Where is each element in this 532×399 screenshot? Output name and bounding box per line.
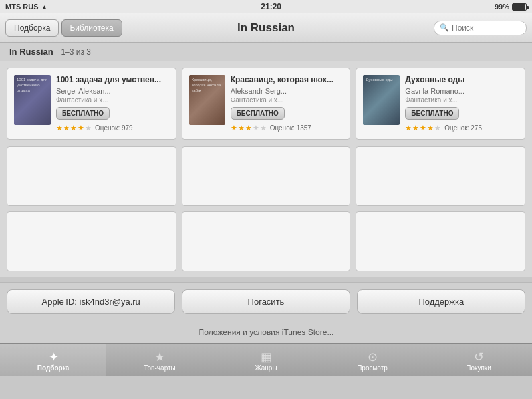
support-button[interactable]: Поддержка [357,289,525,314]
empty-card-2 [182,146,351,206]
rating-count-2: Оценок: 1357 [270,124,311,132]
topcharts-icon: ★ [154,351,165,363]
search-input[interactable] [452,23,521,33]
empty-card-4 [7,211,176,271]
tab-browse-label: Просмотр [357,364,388,372]
book-author-2: Aleksandr Serg... [231,87,344,95]
tab-topcharts[interactable]: ★ Топ-чарты [106,344,213,376]
search-box[interactable]: 🔍 [434,21,527,35]
book-btn-1[interactable]: БЕСПЛАТНО [56,107,110,120]
nav-buttons: Подборка Библиотека [5,19,122,37]
stars-1: ★★★★★ [56,124,92,132]
battery-icon [512,3,527,11]
book-btn-3[interactable]: БЕСПЛАТНО [405,107,459,120]
footer-buttons: Apple ID: isk4nd3r@ya.ru Погасить Поддер… [0,282,532,321]
book-genre-2: Фантастика и х... [231,96,344,104]
book-cover-1: 1001 задача для умственного отдыха [14,75,51,125]
itunes-link-section: Положения и условия iTunes Store... [0,321,532,343]
book-info-1: 1001 задача для умствен... Sergei Aleksa… [56,75,169,132]
empty-card-6 [356,211,525,271]
books-grid: 1001 задача для умственного отдыха 1001 … [0,61,532,146]
featured-icon: ✦ [49,351,59,363]
sub-header-count: 1–3 из 3 [61,47,91,57]
tab-purchases[interactable]: ↺ Покупки [426,344,532,376]
itunes-link[interactable]: Положения и условия iTunes Store... [199,328,334,337]
star-row-2: ★★★★★ Оценок: 1357 [231,124,344,132]
tab-featured[interactable]: ✦ Подборка [0,344,106,376]
tab-topcharts-label: Топ-чарты [144,364,176,372]
tab-featured-label: Подборка [37,364,69,372]
book-info-2: Красавице, которая нюх... Aleksandr Serg… [231,75,344,132]
tab-bar: ✦ Подборка ★ Топ-чарты ▦ Жанры ⊙ Просмот… [0,343,532,376]
rating-count-3: Оценок: 275 [444,124,482,132]
featured-nav-button[interactable]: Подборка [5,19,59,37]
star-row-1: ★★★★★ Оценок: 979 [56,124,169,132]
stars-2: ★★★★★ [231,124,267,132]
tab-genres[interactable]: ▦ Жанры [213,344,319,376]
browse-icon: ⊙ [368,351,378,363]
book-genre-3: Фантастика и х... [405,96,518,104]
sub-header-title: In Russian [9,47,53,57]
book-card-2[interactable]: Красавице, которая нюхала табак Красавиц… [182,68,351,140]
genres-icon: ▦ [261,351,272,363]
tab-browse[interactable]: ⊙ Просмотр [319,344,426,376]
tab-genres-label: Жанры [255,364,277,372]
book-cover-3: Духовные оды [363,75,400,125]
book-author-1: Sergei Aleksan... [56,87,169,95]
book-title-3: Духовные оды [405,75,518,86]
book-cover-2: Красавице, которая нюхала табак [189,75,225,125]
apple-id-button[interactable]: Apple ID: isk4nd3r@ya.ru [7,289,175,314]
status-bar: MTS RUS ▲ 21:20 99% [0,0,532,13]
empty-section [0,146,532,277]
book-info-3: Духовные оды Gavrila Romano... Фантастик… [405,75,518,132]
stars-3: ★★★★★ [405,124,442,132]
empty-card-3 [356,146,525,206]
sub-header: In Russian 1–3 из 3 [0,43,532,61]
star-row-3: ★★★★★ Оценок: 275 [405,124,518,132]
nav-bar: Подборка Библиотека In Russian 🔍 [0,13,532,43]
empty-card-1 [7,146,176,206]
book-author-3: Gavrila Romano... [405,87,518,95]
book-title-1: 1001 задача для умствен... [56,75,169,86]
redeem-button[interactable]: Погасить [182,289,350,314]
book-title-2: Красавице, которая нюх... [231,75,344,86]
tab-purchases-label: Покупки [466,364,491,372]
time-display: 21:20 [261,2,281,11]
library-nav-button[interactable]: Библиотека [61,19,122,37]
book-genre-1: Фантастика и х... [56,96,169,104]
book-btn-2[interactable]: БЕСПЛАТНО [231,107,285,120]
book-card-3[interactable]: Духовные оды Духовные оды Gavrila Romano… [356,68,525,140]
status-left: MTS RUS ▲ [5,3,47,11]
empty-card-5 [182,211,351,271]
purchases-icon: ↺ [474,351,484,363]
search-icon: 🔍 [440,23,449,32]
wifi-icon: ▲ [41,3,48,11]
rating-count-1: Оценок: 979 [95,124,133,132]
book-card-1[interactable]: 1001 задача для умственного отдыха 1001 … [7,68,176,140]
status-right: 99% [495,3,527,11]
battery-percent: 99% [495,3,509,11]
carrier-label: MTS RUS [5,3,39,11]
nav-title: In Russian [237,21,295,35]
